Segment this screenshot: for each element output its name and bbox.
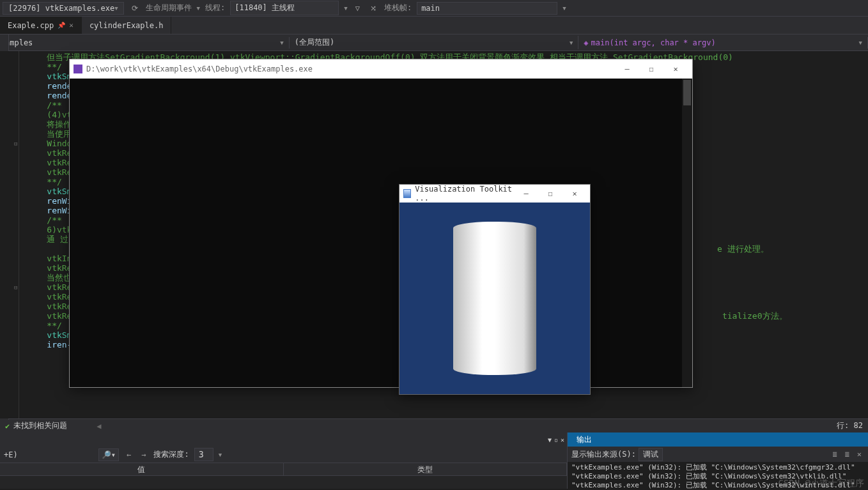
output-tab[interactable]: 输出 (573, 434, 596, 445)
vtk-window[interactable]: Visualization Toolkit ... — ☐ ✕ (399, 184, 591, 395)
code-nav-bar: amples ▼ (全局范围) ▼ ◈main(int argc, char *… (0, 34, 868, 51)
clear-icon[interactable]: ✕ (855, 450, 864, 459)
output-line: "vtkExamples.exe" (Win32): 已加载 "C:\Windo… (571, 463, 864, 472)
vtk-render-area[interactable] (399, 203, 590, 394)
col-value[interactable]: 值 (0, 463, 284, 475)
bottom-panels: ▼ ▫ ✕ +E) 🔎▾ ← → 搜索深度: ▼ 值 类型 输出 显示输出来源(… (0, 433, 868, 489)
fold-marker[interactable]: ⊟ (14, 141, 17, 147)
minimize-button[interactable]: — (515, 186, 538, 201)
console-title: D:\work\vtk\vtkExamples\x64\Debug\vtkExa… (86, 65, 313, 73)
chevron-down-icon: ▼ (859, 40, 862, 46)
minimize-button[interactable]: — (616, 61, 639, 77)
vtk-titlebar[interactable]: Visualization Toolkit ... — ☐ ✕ (399, 185, 590, 203)
close-button[interactable]: ✕ (563, 186, 586, 201)
nav-right-icon[interactable]: → (139, 450, 148, 459)
cube-icon: ◈ (584, 38, 588, 47)
watch-panel: ▼ ▫ ✕ +E) 🔎▾ ← → 搜索深度: ▼ 值 类型 (0, 433, 568, 489)
nav-project-dropdown[interactable]: amples ▼ (0, 37, 290, 49)
chevron-down-icon: ▼ (114, 5, 118, 11)
stack-dropdown[interactable]: main (417, 2, 557, 15)
process-dropdown[interactable]: [22976] vtkExamples.exe ▼ (3, 2, 124, 15)
nav-left-icon[interactable]: ← (124, 450, 134, 459)
chevron-down-icon: ▼ (562, 5, 566, 11)
nav-scope-dropdown[interactable]: (全局范围) ▼ (290, 36, 579, 49)
lifecycle-label: 生命周期事件 (146, 3, 192, 13)
nav-function-dropdown[interactable]: ◈main(int argc, char * argv) ▼ (578, 37, 868, 49)
output-body[interactable]: "vtkExamples.exe" (Win32): 已加载 "C:\Windo… (568, 462, 868, 489)
chevron-down-icon: ▼ (570, 40, 573, 46)
output-panel: 输出 显示输出来源(S): 调试 ≣ ≣ ✕ "vtkExamples.exe"… (568, 433, 868, 489)
vtk-title: Visualization Toolkit ... (415, 185, 515, 203)
debug-toolbar: [22976] vtkExamples.exe ▼ ⟳ 生命周期事件 ▼ 线程:… (0, 0, 868, 17)
process-value: [22976] vtkExamples.exe (8, 4, 114, 13)
scroll-left-icon[interactable]: ◀ (97, 422, 101, 431)
gutter: ⊟ ⊟ (0, 51, 19, 418)
vtk-icon (403, 189, 411, 198)
shuffle-icon[interactable]: ⤨ (368, 4, 379, 13)
filter-icon[interactable]: ▽ (353, 4, 362, 13)
dropdown-arrow-icon[interactable]: ▼ (548, 436, 552, 443)
console-titlebar[interactable]: D:\work\vtk\vtkExamples\x64\Debug\vtkExa… (70, 59, 692, 79)
tab-exaple-cpp[interactable]: Exaple.cpp 📌 ✕ (0, 17, 82, 34)
col-type[interactable]: 类型 (284, 463, 568, 475)
watch-columns: 值 类型 (0, 463, 567, 476)
maximize-button[interactable]: ☐ (539, 186, 562, 201)
chevron-down-icon: ▼ (197, 5, 200, 11)
shortcut-hint: +E) (4, 450, 18, 459)
fold-marker[interactable]: ⊟ (14, 284, 17, 291)
toolbar-icon[interactable]: ≣ (842, 450, 852, 459)
console-window[interactable]: D:\work\vtk\vtkExamples\x64\Debug\vtkExa… (69, 59, 693, 388)
tab-label: cylinderExaple.h (89, 21, 164, 30)
toolbar-icon[interactable]: ≣ (830, 450, 839, 459)
output-toolbar: 显示输出来源(S): 调试 ≣ ≣ ✕ (568, 447, 868, 462)
line-indicator: 行: 82 (837, 420, 863, 431)
thread-label: 线程: (205, 3, 225, 13)
check-icon: ✔ (5, 422, 10, 431)
tab-cylinder-h[interactable]: cylinderExaple.h (82, 17, 172, 34)
close-button[interactable]: ✕ (664, 61, 687, 77)
depth-input[interactable] (194, 448, 213, 461)
output-tab-bar: 输出 (568, 433, 868, 447)
issues-bar: ✔ 未找到相关问题 ◀ 行: 82 (0, 418, 868, 433)
scrollbar[interactable] (682, 79, 692, 387)
search-toolbar: +E) 🔎▾ ← → 搜索深度: ▼ (0, 447, 567, 463)
cylinder-shape (453, 222, 536, 375)
chevron-down-icon: ▼ (344, 5, 347, 11)
app-icon (74, 65, 82, 73)
output-source-dropdown[interactable]: 调试 (639, 448, 663, 461)
watermark: CSDN @小道士写程序 (778, 479, 864, 487)
issues-text: 未找到相关问题 (13, 420, 67, 431)
stack-label: 堆栈帧: (384, 3, 412, 13)
refresh-icon[interactable]: ⟳ (129, 4, 141, 13)
pin-icon[interactable]: ▫ (554, 436, 558, 443)
editor-tabs: Exaple.cpp 📌 ✕ cylinderExaple.h (0, 17, 868, 34)
chevron-down-icon: ▼ (280, 40, 283, 46)
close-icon[interactable]: ✕ (69, 21, 74, 29)
maximize-button[interactable]: ☐ (640, 61, 663, 77)
pin-icon[interactable]: 📌 (58, 22, 65, 29)
tab-label: Exaple.cpp (8, 21, 54, 30)
console-body (70, 79, 692, 387)
search-icon[interactable]: 🔎▾ (98, 448, 119, 461)
chevron-down-icon: ▼ (219, 452, 222, 458)
panel-tab-controls: ▼ ▫ ✕ (0, 433, 567, 447)
thread-dropdown[interactable]: [11840] 主线程 (230, 1, 339, 15)
source-label: 显示输出来源(S): (571, 449, 636, 460)
depth-label: 搜索深度: (153, 449, 189, 460)
close-icon[interactable]: ✕ (561, 436, 564, 443)
